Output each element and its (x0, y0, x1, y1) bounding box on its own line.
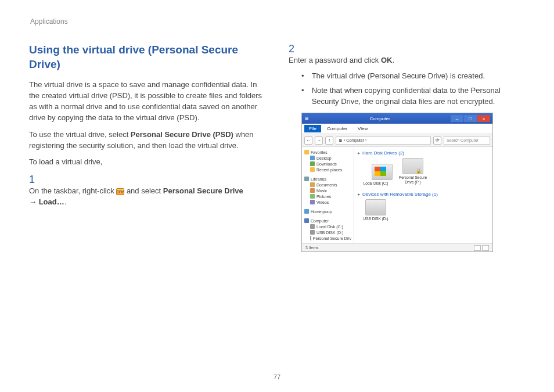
sidebar-psd[interactable]: Personal Secure Driv (303, 235, 352, 241)
tab-computer[interactable]: Computer (322, 125, 352, 132)
search-input[interactable]: Search Computer (444, 136, 490, 145)
drive-label: Local Disk (C:) (364, 181, 388, 186)
maximize-button[interactable]: □ (464, 115, 477, 122)
page-header: Applications (29, 17, 525, 26)
sidebar-videos[interactable]: Videos (303, 199, 352, 205)
step-1-text: On the taskbar, right-click TPM and sele… (29, 186, 253, 208)
drive-icon (310, 224, 315, 229)
minimize-button[interactable]: – (451, 115, 463, 122)
text: Enter a password and click (289, 56, 381, 64)
address-toolbar: ← → ↑ 🖥 › Computer › ⟳ Search Computer (302, 134, 492, 147)
status-text: 3 items (305, 246, 319, 250)
usb-drive-icon (365, 199, 386, 215)
expand-icon: ▸ (358, 192, 360, 197)
libraries-icon (304, 177, 309, 181)
step-1: 1 On the taskbar, right-click TPM and se… (29, 174, 265, 208)
downloads-icon (310, 161, 315, 166)
category-hdd[interactable]: ▸Hard Disk Drives (2) (358, 150, 489, 156)
close-button[interactable]: × (477, 115, 490, 122)
step-2: 2 Enter a password and click OK. (289, 43, 525, 66)
breadcrumb-icon: 🖥 (339, 138, 343, 142)
computer-icon (304, 218, 309, 223)
pictures-icon (310, 194, 315, 199)
load-bold: Load… (39, 197, 64, 206)
drive-local-c[interactable]: Local Disk (C:) (361, 158, 390, 186)
page-number: 77 (274, 373, 280, 380)
bullet-2-text: Note that when copying confidential data… (312, 85, 525, 107)
text: . (392, 56, 394, 64)
music-icon (310, 188, 315, 193)
star-icon (304, 150, 309, 154)
intro-paragraph-3: To load a virtual drive, (29, 157, 265, 168)
bullet-1: • The virtual drive (Personal Secure Dri… (289, 71, 525, 82)
view-toggle[interactable] (474, 245, 489, 251)
nav-up-button[interactable]: ↑ (325, 136, 333, 145)
recent-icon (310, 167, 315, 172)
nav-sidebar: Favorites Desktop Downloads Recent place… (302, 147, 354, 243)
category-removable[interactable]: ▸Devices with Removable Storage (1) (358, 192, 489, 197)
window-title: Computer (309, 116, 451, 121)
bullet-dot: • (301, 85, 310, 96)
text: and select (124, 186, 163, 195)
content-pane: ▸Hard Disk Drives (2) Local Disk (C:) Pe… (354, 147, 492, 243)
status-bar: 3 items (302, 243, 492, 251)
sidebar-computer[interactable]: Computer (303, 218, 352, 224)
sidebar-libraries[interactable]: Libraries (303, 176, 352, 182)
text: To use the virtual drive, select (29, 130, 131, 139)
explorer-window: 🖥 Computer – □ × File Computer View ← → … (301, 113, 493, 252)
bullet-2: • Note that when copying confidential da… (289, 85, 525, 107)
refresh-button[interactable]: ⟳ (433, 136, 441, 145)
tab-view[interactable]: View (353, 125, 372, 132)
homegroup-icon (304, 209, 309, 214)
sidebar-downloads[interactable]: Downloads (303, 161, 352, 167)
drive-icon (310, 230, 315, 235)
right-column: 2 Enter a password and click OK. • The v… (289, 43, 525, 252)
documents-icon (310, 182, 315, 187)
breadcrumb-text: Computer (346, 138, 364, 142)
arrow-text: → (29, 197, 39, 206)
breadcrumb-sep: › (365, 138, 366, 142)
left-column: Using the virtual drive (Personal Secure… (29, 43, 265, 252)
section-title: Using the virtual drive (Personal Secure… (29, 43, 265, 71)
psd-drive-icon (402, 158, 423, 174)
sidebar-music[interactable]: Music (303, 188, 352, 193)
breadcrumb[interactable]: 🖥 › Computer › (336, 136, 431, 145)
nav-back-button[interactable]: ← (304, 136, 312, 145)
desktop-icon (310, 156, 315, 160)
sidebar-documents[interactable]: Documents (303, 182, 352, 188)
sidebar-homegroup[interactable]: Homegroup (303, 208, 352, 214)
bullet-dot: • (301, 71, 310, 82)
videos-icon (310, 200, 315, 204)
drive-label: USB DISK (D:) (364, 217, 388, 221)
text: . (64, 197, 67, 206)
expand-icon: ▸ (358, 150, 360, 156)
ribbon-tabs: File Computer View (302, 124, 492, 134)
intro-paragraph-1: The virtual drive is a space to save and… (29, 80, 265, 123)
breadcrumb-sep: › (344, 138, 345, 142)
local-disk-icon (372, 164, 393, 180)
sidebar-favorites[interactable]: Favorites (303, 149, 352, 155)
step-number-2: 2 (289, 43, 299, 55)
sidebar-local-disk[interactable]: Local Disk (C:) (303, 224, 352, 229)
sidebar-recent[interactable]: Recent places (303, 167, 352, 172)
intro-paragraph-2: To use the virtual drive, select Persona… (29, 130, 265, 152)
drive-icon (310, 236, 311, 240)
nav-forward-button[interactable]: → (315, 136, 323, 145)
text: On the taskbar, right-click (29, 186, 116, 195)
psd-bold: Personal Secure Drive (163, 186, 243, 195)
sidebar-desktop[interactable]: Desktop (303, 155, 352, 161)
step-2-text: Enter a password and click OK. (289, 55, 512, 66)
window-titlebar[interactable]: 🖥 Computer – □ × (302, 113, 492, 124)
sidebar-pictures[interactable]: Pictures (303, 193, 352, 199)
sidebar-usb-disk[interactable]: USB DISK (D:) (303, 229, 352, 235)
drive-psd[interactable]: Personal Secure Drive (P:) (398, 158, 427, 186)
bullet-1-text: The virtual drive (Personal Secure Drive… (312, 71, 525, 82)
tab-file[interactable]: File (304, 125, 321, 132)
ok-bold: OK (381, 56, 393, 64)
psd-bold: Personal Secure Drive (PSD) (131, 130, 233, 139)
window-icon: 🖥 (304, 116, 309, 121)
drive-usb[interactable]: USB DISK (D:) (361, 199, 390, 221)
step-number-1: 1 (29, 174, 39, 186)
drive-label: Personal Secure Drive (P:) (398, 175, 427, 185)
tpm-icon: TPM (116, 188, 124, 195)
